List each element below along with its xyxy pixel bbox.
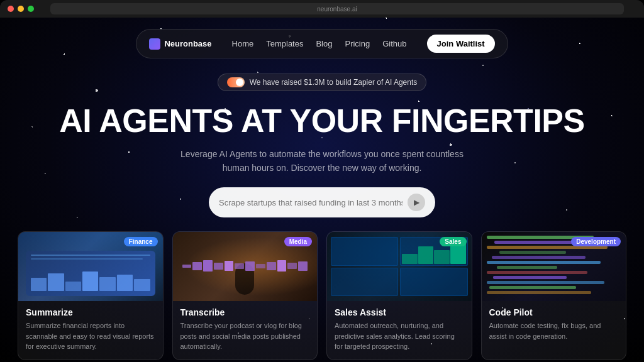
minimize-dot[interactable] — [18, 6, 24, 12]
card-desc-media: Transcribe your podcast or vlog for blog… — [180, 321, 310, 352]
nav-link-home[interactable]: Home — [232, 39, 254, 48]
announcement-pill: We have raised $1.3M to build Zapier of … — [218, 74, 427, 91]
navbar: Neuronbase Home Templates Blog Pricing G… — [0, 18, 644, 66]
card-desc-finance: Summarize financial reports into scannab… — [26, 321, 155, 352]
hero-section: AI AGENTS AT YOUR FINGERTIPS Leverage AI… — [0, 91, 644, 175]
card-finance[interactable]: Finance Summarize Summarize financial re… — [18, 231, 164, 360]
card-media[interactable]: Media Transcribe Transcribe your podcast… — [172, 231, 318, 360]
search-container: ▶ — [0, 187, 644, 217]
card-title-finance: Summarize — [26, 307, 155, 317]
nav-logo[interactable]: Neuronbase — [149, 38, 211, 50]
nav-links: Home Templates Blog Pricing Github — [232, 39, 407, 48]
nav-link-blog[interactable]: Blog — [316, 39, 332, 48]
nav-link-pricing[interactable]: Pricing — [345, 39, 370, 48]
card-body-dev: Code Pilot Automate code testing, fix bu… — [482, 301, 626, 349]
browser-chrome: neuronbase.ai — [0, 0, 644, 18]
browser-frame: neuronbase.ai Neuronbase Home Templates … — [0, 0, 644, 362]
card-image-finance: Finance — [18, 232, 163, 301]
fullscreen-dot[interactable] — [28, 6, 34, 12]
badge-media: Media — [284, 237, 312, 246]
card-development[interactable]: Development Code Pilot Automate code tes… — [481, 231, 627, 360]
card-image-sales: Sales — [327, 232, 472, 301]
address-bar[interactable]: neuronbase.ai — [50, 3, 624, 14]
join-waitlist-button[interactable]: Join Waitlist — [427, 35, 495, 53]
announcement-text: We have raised $1.3M to build Zapier of … — [250, 78, 418, 87]
card-desc-sales: Automated outreach, nurturing, and predi… — [335, 321, 464, 352]
card-image-dev: Development — [482, 232, 626, 301]
badge-development: Development — [571, 237, 621, 246]
cards-section: Finance Summarize Summarize financial re… — [0, 231, 644, 362]
url-text: neuronbase.ai — [317, 6, 357, 13]
nav-link-github[interactable]: Github — [382, 39, 406, 48]
card-title-sales: Sales Assist — [335, 307, 464, 317]
badge-sales: Sales — [440, 237, 466, 246]
nav-link-templates[interactable]: Templates — [266, 39, 303, 48]
card-title-dev: Code Pilot — [489, 307, 619, 317]
search-input[interactable] — [219, 198, 402, 207]
cards-grid: Finance Summarize Summarize financial re… — [18, 231, 626, 360]
announcement-bar: We have raised $1.3M to build Zapier of … — [0, 74, 644, 91]
hero-title: AI AGENTS AT YOUR FINGERTIPS — [13, 104, 631, 138]
card-body-finance: Summarize Summarize financial reports in… — [18, 301, 163, 359]
toggle-icon — [227, 77, 245, 87]
badge-finance: Finance — [124, 237, 158, 246]
main-content: Neuronbase Home Templates Blog Pricing G… — [0, 18, 644, 362]
card-body-media: Transcribe Transcribe your podcast or vl… — [173, 301, 318, 359]
card-sales[interactable]: Sales Sales Assist Automated outreach, n… — [326, 231, 472, 360]
logo-icon — [149, 38, 160, 50]
hero-subtitle: Leverage AI Agents to automate the workf… — [177, 147, 467, 175]
card-image-media: Media — [173, 232, 318, 301]
search-submit-button[interactable]: ▶ — [408, 194, 425, 211]
nav-inner: Neuronbase Home Templates Blog Pricing G… — [136, 29, 508, 58]
close-dot[interactable] — [8, 6, 14, 12]
card-title-media: Transcribe — [180, 307, 310, 317]
card-body-sales: Sales Assist Automated outreach, nurturi… — [327, 301, 472, 359]
search-box: ▶ — [209, 187, 435, 217]
card-desc-dev: Automate code testing, fix bugs, and ass… — [489, 321, 619, 341]
logo-text: Neuronbase — [164, 39, 211, 48]
